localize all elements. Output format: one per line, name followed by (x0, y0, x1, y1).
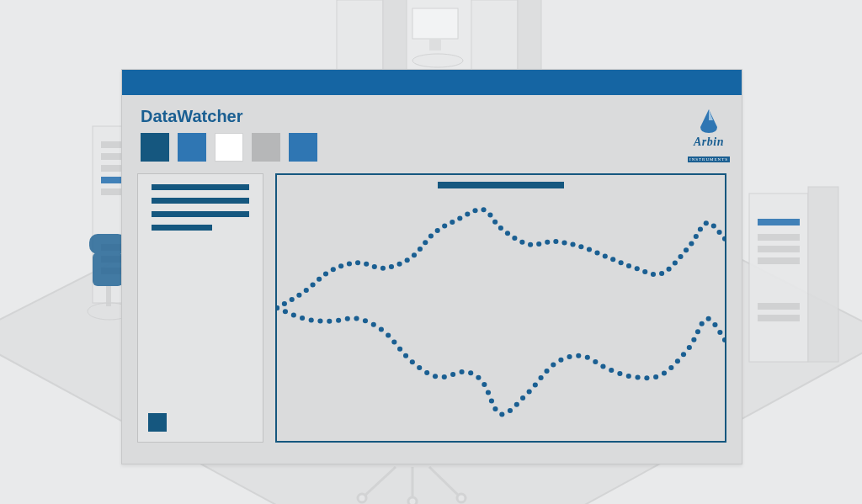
svg-point-94 (698, 226, 703, 231)
svg-point-147 (635, 375, 640, 380)
brand-subtitle: INSTRUMENTS (688, 157, 730, 162)
svg-point-136 (544, 369, 549, 374)
svg-point-155 (691, 337, 696, 342)
brand-logo: Arbin INSTRUMENTS (688, 109, 730, 164)
svg-point-144 (609, 368, 614, 373)
svg-point-118 (424, 370, 429, 375)
app-window: DataWatcher Arbin INSTRUMENTS (121, 69, 742, 464)
svg-point-100 (283, 309, 288, 314)
svg-point-49 (372, 264, 377, 269)
svg-point-127 (489, 398, 494, 403)
svg-point-84 (635, 266, 640, 271)
svg-point-132 (520, 395, 525, 401)
svg-point-128 (492, 406, 498, 411)
svg-point-90 (678, 254, 683, 259)
svg-point-85 (642, 269, 647, 274)
svg-point-59 (442, 224, 447, 229)
svg-point-25 (412, 54, 463, 67)
svg-rect-19 (337, 0, 383, 76)
svg-rect-24 (429, 39, 441, 50)
svg-point-57 (428, 234, 434, 239)
svg-point-123 (468, 370, 473, 375)
svg-point-152 (675, 358, 680, 363)
svg-point-74 (553, 239, 558, 244)
svg-point-102 (300, 316, 305, 321)
svg-point-150 (662, 371, 667, 376)
svg-point-45 (338, 263, 343, 268)
svg-point-52 (397, 262, 402, 267)
svg-point-70 (519, 240, 524, 245)
svg-point-93 (694, 234, 699, 239)
color-swatch-1[interactable] (178, 133, 206, 162)
svg-point-72 (536, 241, 541, 247)
svg-point-38 (290, 297, 295, 302)
svg-point-158 (706, 316, 711, 321)
svg-point-79 (594, 250, 599, 255)
svg-point-87 (659, 271, 664, 276)
svg-point-35 (457, 494, 466, 502)
svg-point-83 (626, 263, 631, 268)
svg-point-53 (405, 257, 410, 263)
svg-point-42 (317, 277, 322, 282)
svg-point-44 (331, 267, 336, 272)
svg-point-122 (459, 369, 464, 374)
color-swatch-0[interactable] (141, 133, 169, 162)
svg-point-138 (558, 358, 563, 363)
svg-point-66 (492, 220, 498, 225)
svg-point-143 (600, 364, 605, 369)
svg-point-126 (486, 390, 491, 395)
color-swatch-2[interactable] (215, 133, 243, 162)
svg-point-91 (684, 247, 689, 252)
svg-point-50 (380, 266, 386, 271)
svg-point-134 (533, 382, 538, 387)
svg-point-47 (355, 260, 360, 265)
svg-point-89 (673, 261, 678, 266)
sidebar-line (152, 184, 249, 190)
svg-point-156 (695, 329, 700, 334)
svg-rect-13 (758, 219, 800, 225)
svg-rect-18 (758, 315, 800, 321)
svg-rect-16 (758, 257, 800, 264)
sidebar-line (152, 225, 212, 231)
svg-point-142 (593, 359, 598, 364)
svg-point-71 (528, 242, 533, 247)
svg-point-145 (617, 371, 622, 376)
svg-point-95 (704, 220, 709, 225)
brand-droplet-icon (698, 109, 720, 134)
svg-point-62 (465, 212, 470, 217)
svg-rect-12 (808, 187, 838, 362)
svg-point-159 (712, 322, 717, 327)
svg-point-61 (457, 215, 462, 220)
sidebar-line (152, 198, 249, 204)
svg-point-157 (700, 321, 705, 326)
svg-point-112 (386, 333, 391, 338)
svg-point-153 (681, 352, 686, 357)
svg-point-120 (442, 374, 447, 379)
svg-point-43 (323, 272, 328, 277)
color-swatch-3[interactable] (252, 133, 280, 162)
svg-point-108 (354, 316, 359, 321)
svg-point-88 (667, 267, 672, 272)
svg-point-37 (282, 301, 287, 306)
svg-point-111 (379, 327, 384, 332)
svg-point-124 (476, 375, 481, 380)
svg-point-81 (610, 257, 615, 262)
svg-point-73 (545, 240, 550, 245)
svg-point-58 (435, 228, 440, 233)
svg-rect-14 (758, 234, 800, 241)
svg-point-39 (296, 293, 301, 298)
svg-point-115 (403, 353, 408, 358)
window-content: DataWatcher Arbin INSTRUMENTS (122, 95, 742, 464)
svg-point-33 (358, 494, 366, 502)
svg-point-55 (418, 247, 423, 252)
svg-point-114 (397, 347, 402, 352)
svg-point-69 (512, 236, 517, 241)
sidebar-bottom-marker[interactable] (148, 413, 167, 432)
svg-point-78 (587, 247, 592, 252)
svg-point-101 (291, 313, 296, 318)
color-swatch-4[interactable] (289, 133, 317, 162)
sidebar-panel (137, 173, 263, 443)
window-titlebar[interactable] (122, 70, 742, 95)
svg-point-135 (539, 375, 544, 380)
svg-point-105 (327, 319, 332, 324)
